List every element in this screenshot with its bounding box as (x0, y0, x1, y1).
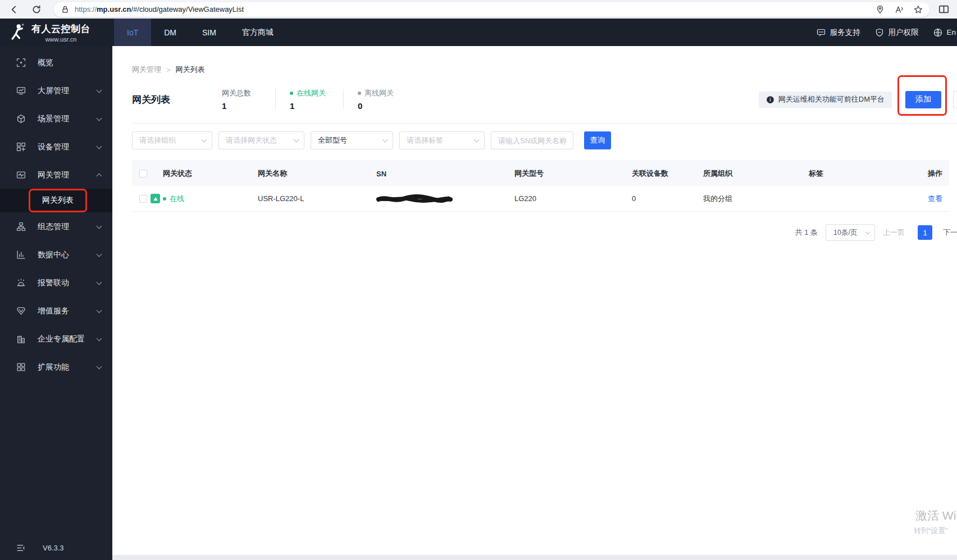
partial-clipped-button[interactable]: 批 (953, 91, 957, 108)
refresh-icon (31, 4, 42, 15)
table-header-row: 网关状态 网关名称 SN 网关型号 关联设备数 所属组织 标签 操作 (132, 161, 949, 186)
stat-total: 网关总数 1 (222, 88, 261, 111)
url-domain: mp.usr.cn (97, 5, 131, 13)
notice-text: 网关运维相关功能可前往DM平台 (778, 94, 885, 104)
language-switcher[interactable]: En (933, 28, 956, 37)
filter-bar: 请选择组织 请选择网关状态 全部型号 请选择标签 查询 (132, 131, 957, 149)
expand-row-button[interactable] (151, 194, 160, 203)
browser-toolbar: https://mp.usr.cn/#/cloud/gateway/ViewGa… (0, 0, 957, 19)
stat-offline-value: 0 (358, 101, 397, 111)
sn-search-input[interactable] (491, 131, 573, 149)
sidebar-item-value-service[interactable]: 增值服务 (0, 297, 112, 325)
address-bar[interactable]: https://mp.usr.cn/#/cloud/gateway/ViewGa… (54, 2, 929, 17)
sidebar-item-extensions[interactable]: 扩展功能 (0, 353, 112, 381)
sidebar-item-label: 网关管理 (38, 170, 69, 180)
tag-select[interactable]: 请选择标签 (399, 131, 485, 149)
sidebar-item-overview[interactable]: 概览 (0, 49, 112, 76)
stat-divider (275, 89, 276, 110)
redacted-sn-scribble (376, 194, 455, 203)
online-dot-icon (290, 92, 293, 95)
add-gateway-button[interactable]: 添加 (905, 91, 941, 108)
breadcrumb-parent[interactable]: 网关管理 (132, 65, 161, 75)
sidebar-item-label: 报警联动 (38, 278, 69, 288)
horizontal-scrollbar-track[interactable] (112, 555, 957, 560)
row-org: 我的分组 (703, 194, 809, 204)
sidebar-item-label: 组态管理 (38, 222, 69, 232)
pagination-total: 共 1 条 (795, 227, 818, 238)
user-permission-button[interactable]: 用户权限 (875, 28, 918, 38)
current-page-button[interactable]: 1 (918, 225, 932, 240)
gateway-stats: 网关总数 1 在线网关 1 离线网关 0 (222, 88, 397, 111)
breadcrumb-separator: > (166, 66, 171, 74)
collapse-sidebar-icon[interactable] (16, 543, 26, 553)
sidebar-subitem-gateway-list[interactable]: 网关列表 (0, 189, 112, 212)
back-button[interactable] (9, 4, 19, 15)
usr-person-logo-icon (10, 24, 26, 42)
table-row: 在线 USR-LG220-L LG220 0 我的分组 查看 (132, 186, 949, 212)
chevron-down-icon (97, 87, 102, 93)
sidebar-item-label: 概览 (38, 58, 53, 68)
split-screen-icon[interactable] (938, 4, 949, 15)
org-select[interactable]: 请选择组织 (132, 131, 212, 149)
sidebar-item-label: 数据中心 (38, 250, 69, 260)
refresh-button[interactable] (31, 4, 42, 15)
row-checkbox[interactable] (139, 195, 147, 203)
select-all-checkbox[interactable] (139, 170, 147, 177)
page-size-select[interactable]: 10条/页 (826, 224, 875, 241)
gateway-status-select[interactable]: 请选择网关状态 (218, 131, 304, 149)
toolbar: 网关列表 网关总数 1 在线网关 1 离线网关 0 网关运维 (132, 88, 957, 124)
sidebar-item-device[interactable]: 设备管理 (0, 133, 112, 161)
back-icon (9, 4, 19, 15)
chevron-up-icon (97, 174, 102, 179)
tab-sim[interactable]: SIM (189, 19, 229, 46)
query-button[interactable]: 查询 (584, 131, 611, 149)
online-status-dot (163, 197, 166, 201)
col-header-status: 网关状态 (163, 169, 258, 179)
sidebar-item-gateway[interactable]: 网关管理 (0, 161, 112, 189)
service-support-button[interactable]: 服务支持 (817, 28, 860, 38)
app-version: V6.3.3 (43, 544, 64, 552)
prev-page-button[interactable]: 上一页 (883, 227, 905, 238)
chevron-down-icon (865, 230, 870, 234)
col-header-actions: 操作 (915, 169, 949, 179)
logo-title: 有人云控制台 (31, 22, 90, 35)
chevron-down-icon (97, 223, 102, 229)
chevron-down-icon (97, 335, 102, 341)
sidebar-item-data-center[interactable]: 数据中心 (0, 241, 112, 268)
alarm-icon (16, 278, 26, 288)
offline-dot-icon (358, 92, 361, 95)
sidebar-item-enterprise-config[interactable]: 企业专属配置 (0, 325, 112, 353)
sidebar-item-scada[interactable]: 组态管理 (0, 213, 112, 240)
gateway-table: 网关状态 网关名称 SN 网关型号 关联设备数 所属组织 标签 操作 在线 US… (132, 161, 949, 212)
sidebar: 概览 大屏管理 场景管理 设备管理 网关管理 网关列表 组态管理 (0, 46, 112, 560)
tab-iot[interactable]: IoT (114, 19, 151, 46)
breadcrumb-current: 网关列表 (176, 65, 205, 75)
view-link[interactable]: 查看 (928, 194, 942, 203)
user-permission-label: 用户权限 (888, 28, 918, 38)
stat-online-value: 1 (290, 101, 329, 111)
next-page-button[interactable]: 下一页 (943, 227, 957, 238)
tab-official-mall[interactable]: 官方商城 (229, 19, 286, 46)
scene-icon (16, 114, 26, 124)
sidebar-subitem-label: 网关列表 (42, 195, 74, 206)
sidebar-item-bigscreen[interactable]: 大屏管理 (0, 77, 112, 104)
tab-dm[interactable]: DM (151, 19, 189, 46)
model-select[interactable]: 全部型号 (311, 131, 393, 149)
sidebar-item-label: 增值服务 (38, 306, 69, 316)
sidebar-item-scene[interactable]: 场景管理 (0, 105, 112, 133)
stat-online-label: 在线网关 (297, 88, 326, 98)
read-aloud-icon[interactable] (895, 5, 904, 14)
favorite-star-icon[interactable] (914, 5, 923, 14)
main-content: 网关管理 > 网关列表 网关列表 网关总数 1 在线网关 1 离线网关 0 (112, 46, 957, 560)
sidebar-item-label: 设备管理 (38, 142, 69, 152)
globe-icon (933, 28, 942, 37)
col-header-model: 网关型号 (514, 169, 632, 179)
info-icon (766, 95, 774, 104)
sidebar-item-alarm[interactable]: 报警联动 (0, 269, 112, 297)
location-pin-icon[interactable] (876, 5, 885, 14)
app-logo[interactable]: 有人云控制台 www.usr.cn (0, 19, 112, 46)
chevron-down-icon (97, 363, 102, 369)
language-label: En (946, 28, 956, 37)
org-select-placeholder: 请选择组织 (139, 135, 176, 145)
scada-icon (16, 222, 26, 231)
